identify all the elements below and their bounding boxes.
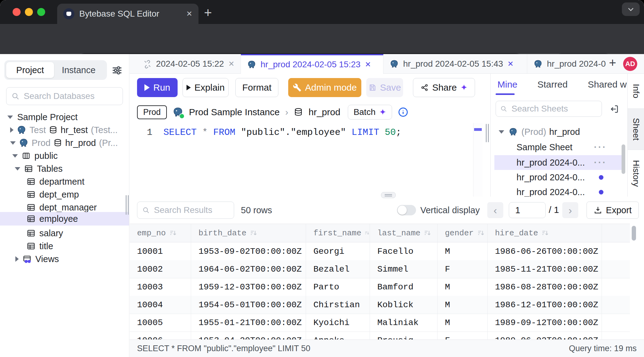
- collapse-panel-icon[interactable]: [609, 104, 619, 114]
- editor-minimap[interactable]: [473, 123, 483, 197]
- column-header[interactable]: first_name: [306, 224, 370, 242]
- search-databases-input[interactable]: [23, 91, 118, 101]
- tab-search-chevron-button[interactable]: [622, 2, 640, 16]
- next-page-button[interactable]: ›: [562, 202, 578, 218]
- caret-down-icon[interactable]: [7, 116, 13, 119]
- new-tab-button[interactable]: +: [204, 5, 212, 20]
- traffic-light-minimize[interactable]: [25, 8, 33, 16]
- traffic-light-close[interactable]: [13, 8, 21, 16]
- sheet-group-hr-prod[interactable]: (Prod) hr_prod: [491, 124, 623, 139]
- caret-right-icon[interactable]: [10, 127, 14, 133]
- explain-button[interactable]: Explain: [183, 78, 229, 97]
- side-tab-history[interactable]: History: [628, 150, 644, 197]
- filter-sliders-icon[interactable]: [111, 65, 123, 76]
- page-number-input[interactable]: [515, 205, 540, 216]
- search-sheets-input[interactable]: [511, 104, 597, 114]
- instance-name[interactable]: Prod Sample Instance: [189, 107, 280, 117]
- export-button[interactable]: Export: [587, 202, 639, 219]
- format-button[interactable]: Format: [235, 78, 278, 97]
- tree-item-schema-public[interactable]: public: [12, 149, 58, 162]
- search-databases-field[interactable]: [6, 87, 123, 105]
- search-sheets-field[interactable]: [496, 101, 602, 117]
- panel-resize-handle[interactable]: [486, 124, 487, 142]
- avatar[interactable]: AD: [623, 57, 637, 71]
- scrollbar-thumb[interactable]: [622, 144, 625, 174]
- table-row-clipped[interactable]: 100061953-04-20T00:00:00ZAnnekePreusigF1…: [130, 332, 630, 340]
- sheet-item-unsaved[interactable]: hr_prod 2024-0...: [491, 185, 623, 197]
- sheet-tab-1[interactable]: 2024-02-05 15:22 ✕: [137, 54, 241, 74]
- column-header[interactable]: emp_no: [130, 224, 191, 242]
- database-name[interactable]: hr_prod: [308, 107, 340, 117]
- sheet-item-sample[interactable]: Sample Sheet ···: [491, 140, 623, 155]
- column-header[interactable]: birth_date: [191, 224, 306, 242]
- tab-instance[interactable]: Instance: [54, 62, 103, 78]
- new-sheet-button[interactable]: +: [609, 56, 616, 70]
- tree-item-table-dept-emp[interactable]: dept_emp: [26, 188, 79, 201]
- tree-item-tables-group[interactable]: Tables: [15, 162, 63, 175]
- caret-down-icon[interactable]: [499, 130, 504, 134]
- browser-tab[interactable]: Bytebase SQL Editor ✕: [57, 4, 198, 24]
- close-icon[interactable]: ✕: [228, 60, 234, 68]
- sql-editor[interactable]: 1 SELECT * FROM "public"."employee" LIMI…: [130, 123, 490, 197]
- panel-resize-handle[interactable]: [488, 124, 489, 142]
- sort-icon[interactable]: [477, 229, 485, 237]
- split-drag-handle[interactable]: [381, 192, 396, 198]
- tree-item-hr-test[interactable]: Test hr_test (Test...: [10, 124, 118, 136]
- page-number-field[interactable]: [509, 202, 546, 218]
- run-button[interactable]: Run: [137, 78, 178, 97]
- tree-item-table-employee[interactable]: employee: [26, 212, 78, 225]
- table-row[interactable]: 100041954-05-01T00:00:00ZChirstianKoblic…: [130, 296, 630, 314]
- sheet-item-unsaved[interactable]: hr_prod 2024-0...: [491, 170, 623, 185]
- sql-code-line[interactable]: SELECT * FROM "public"."employee" LIMIT …: [163, 127, 401, 138]
- table-row[interactable]: 100051955-01-21T00:00:00ZKyoichiMaliniak…: [130, 314, 630, 332]
- tab-mine[interactable]: Mine: [497, 79, 517, 90]
- traffic-light-zoom[interactable]: [37, 8, 45, 16]
- tab-starred[interactable]: Starred: [537, 79, 567, 90]
- search-results-input[interactable]: [153, 205, 229, 215]
- tab-project[interactable]: Project: [6, 62, 54, 78]
- sheet-tab-2-active[interactable]: hr_prod 2024-02-05 15:23 ✕: [241, 54, 383, 74]
- more-actions-icon[interactable]: ···: [594, 157, 607, 168]
- tree-item-hr-prod[interactable]: Prod hr_prod (Pr...: [10, 136, 118, 149]
- close-icon[interactable]: ✕: [365, 60, 371, 69]
- save-button[interactable]: Save: [366, 78, 403, 97]
- table-row[interactable]: 100011953-09-02T00:00:00ZGeorgiFacelloM1…: [130, 242, 630, 261]
- admin-mode-button[interactable]: Admin mode: [288, 78, 361, 97]
- sidebar-resize-handle[interactable]: [128, 195, 129, 215]
- search-results-field[interactable]: [137, 202, 234, 219]
- column-header[interactable]: hire_date: [488, 224, 602, 242]
- sheet-tab-4[interactable]: hr_prod 2024-0: [527, 54, 607, 74]
- ai-sparkles-icon[interactable]: ✦: [461, 84, 468, 92]
- side-tab-sheet[interactable]: Sheet: [628, 109, 644, 150]
- column-header[interactable]: gender: [438, 224, 488, 242]
- sheet-item-selected[interactable]: hr_prod 2024-0... ···: [494, 155, 622, 170]
- tree-item-table-department[interactable]: department: [26, 175, 84, 188]
- tree-item-table-salary[interactable]: salary: [26, 227, 63, 240]
- tree-item-project[interactable]: Sample Project: [7, 111, 78, 124]
- table-row[interactable]: 100031959-12-03T00:00:00ZPartoBamfordM19…: [130, 278, 630, 296]
- sort-icon[interactable]: [541, 229, 549, 237]
- sort-icon[interactable]: [364, 229, 370, 237]
- prev-page-button[interactable]: ‹: [487, 202, 503, 218]
- batch-button[interactable]: Batch✦: [348, 105, 392, 120]
- sort-icon[interactable]: [169, 229, 177, 237]
- sheet-tab-3[interactable]: hr_prod 2024-02-05 15:43 ✕: [383, 54, 527, 74]
- caret-down-icon[interactable]: [10, 141, 16, 145]
- tab-shared[interactable]: Shared w: [588, 79, 627, 90]
- table-row[interactable]: 100021964-06-02T00:00:00ZBezalelSimmelF1…: [130, 260, 630, 278]
- share-button[interactable]: Share ✦: [413, 78, 475, 97]
- caret-right-icon[interactable]: [15, 256, 19, 262]
- info-circle-icon[interactable]: [398, 107, 409, 118]
- column-header[interactable]: last_name: [370, 224, 438, 242]
- close-icon[interactable]: ✕: [507, 60, 513, 68]
- more-actions-icon[interactable]: ···: [594, 142, 607, 152]
- table-scrollbar-thumb[interactable]: [632, 226, 636, 241]
- vertical-display-toggle[interactable]: [397, 205, 416, 215]
- browser-tab-close-icon[interactable]: ✕: [186, 10, 192, 18]
- caret-down-icon[interactable]: [12, 154, 18, 158]
- caret-down-icon[interactable]: [15, 167, 20, 171]
- side-tab-info[interactable]: Info: [628, 74, 644, 109]
- tree-item-table-title[interactable]: title: [26, 240, 53, 253]
- sort-icon[interactable]: [423, 229, 431, 237]
- sort-icon[interactable]: [249, 229, 257, 237]
